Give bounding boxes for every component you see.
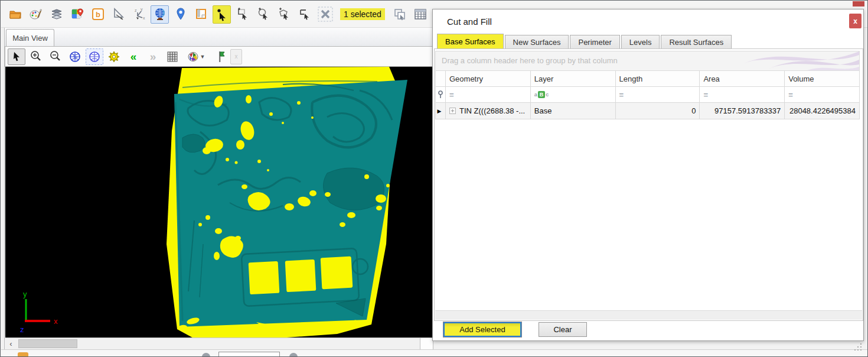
digitize-polygon-icon[interactable] <box>275 5 293 24</box>
column-header-layer[interactable]: Layer <box>531 71 616 87</box>
palette-dropdown-icon[interactable]: ▼ <box>183 48 209 65</box>
tab-main-view[interactable]: Main View <box>6 29 54 46</box>
resize-grip[interactable] <box>854 343 863 352</box>
scrollbar-thumb[interactable] <box>18 339 77 348</box>
digitize-area-icon[interactable] <box>295 5 314 24</box>
expand-plus-icon[interactable] <box>449 108 456 114</box>
dialog-tabs: Base Surfaces New Surfaces Perimeter Lev… <box>437 34 732 48</box>
globe-icon <box>289 353 298 357</box>
folder-icon <box>18 352 28 357</box>
filter-length[interactable]: = <box>616 87 700 103</box>
cell-length[interactable]: 0 <box>616 103 700 119</box>
next-view-icon: » <box>144 48 162 65</box>
app-window: b zyx <box>0 0 868 357</box>
cell-area[interactable]: 97157.5913783337 <box>700 103 785 119</box>
surfaces-grid: Drag a column header here to group by th… <box>435 51 860 119</box>
filter-area[interactable]: = <box>700 87 785 103</box>
abc-filter-icon: aBc <box>534 91 549 98</box>
dialog-buttons: Add Selected Clear <box>443 322 587 337</box>
table-row[interactable]: ▶ TIN Z(((2688.38 -... Base 0 97157.5913… <box>435 103 860 119</box>
digitize-circle-icon[interactable] <box>254 5 272 24</box>
zoom-in-icon[interactable] <box>27 48 45 65</box>
zoom-extent-globe-icon[interactable] <box>86 48 103 65</box>
chevron-down-icon: ▼ <box>200 54 205 60</box>
placemark-icon[interactable] <box>171 5 190 24</box>
layers-icon[interactable] <box>47 5 66 24</box>
globe-3d-icon[interactable] <box>151 5 169 24</box>
scrollbar-corner <box>420 338 433 349</box>
bing-maps-icon[interactable]: b <box>89 5 107 24</box>
globe-icon[interactable] <box>66 48 84 65</box>
column-header-area[interactable]: Area <box>700 71 785 87</box>
selected-count-badge: 1 selected <box>340 8 385 20</box>
clear-button[interactable]: Clear <box>539 322 587 337</box>
tab-base-surfaces[interactable]: Base Surfaces <box>437 34 504 48</box>
group-by-bar[interactable]: Drag a column header here to group by th… <box>435 51 860 71</box>
scroll-left-arrow-icon[interactable]: ‹ <box>5 338 17 349</box>
view-toolbar: « » ▼ x <box>5 46 434 67</box>
status-bar <box>1 349 868 357</box>
grid-header-row: Geometry Layer Length Area Volume <box>435 71 860 87</box>
app-close-button-sliver[interactable] <box>853 1 864 7</box>
cut-and-fill-dialog: Cut and Fill x Base Surfaces New Surface… <box>432 9 864 341</box>
cell-geometry[interactable]: TIN Z(((2688.38 -... <box>446 103 531 119</box>
svg-text:x: x <box>143 16 145 20</box>
status-input[interactable] <box>218 352 280 357</box>
column-header-length[interactable]: Length <box>616 71 700 87</box>
tab-perimeter[interactable]: Perimeter <box>570 35 619 48</box>
svg-text:z: z <box>135 8 137 12</box>
filter-pin-icon <box>436 87 446 103</box>
grid-bottom-strip <box>435 310 862 320</box>
globe-icon <box>202 353 210 357</box>
tab-result-surfaces[interactable]: Result Surfaces <box>661 35 732 48</box>
skin-swirl-decoration <box>682 51 859 71</box>
palette-icon[interactable] <box>27 5 45 24</box>
gear-icon[interactable] <box>105 48 123 65</box>
cell-volume[interactable]: 28048.4226495384 <box>785 103 859 119</box>
header-indicator-cell <box>436 71 446 87</box>
axis-x-label: x <box>54 317 58 326</box>
disabled-x-icon: x <box>230 49 242 64</box>
main-view-panel: Main View « » <box>4 28 433 350</box>
cell-layer[interactable]: Base <box>531 103 616 119</box>
add-selected-button[interactable]: Add Selected <box>443 322 521 337</box>
attribute-table-icon[interactable] <box>412 5 430 24</box>
column-header-geometry[interactable]: Geometry <box>446 71 531 87</box>
group-by-hint: Drag a column header here to group by th… <box>442 56 618 65</box>
sketch-note-icon[interactable] <box>192 5 210 24</box>
delete-selection-icon[interactable] <box>316 5 334 24</box>
row-expand-arrow-icon[interactable]: ▶ <box>436 103 446 119</box>
cursor-icon[interactable] <box>8 48 25 65</box>
previous-view-icon[interactable]: « <box>125 48 142 65</box>
dialog-title: Cut and Fill <box>447 17 492 27</box>
axis-y-label: y <box>23 290 27 298</box>
tab-new-surfaces[interactable]: New Surfaces <box>505 35 569 48</box>
duplicate-selection-icon[interactable] <box>391 5 409 24</box>
filter-layer[interactable]: aBc <box>531 87 616 103</box>
axis-indicator: y x z <box>20 290 58 334</box>
terrain-render: y x z <box>5 67 433 337</box>
zoom-out-icon[interactable] <box>47 48 64 65</box>
axis-z-label: z <box>20 325 24 334</box>
close-icon[interactable]: x <box>849 14 862 28</box>
google-maps-icon[interactable] <box>68 5 86 24</box>
base-surfaces-tabpage: Drag a column header here to group by th… <box>434 48 863 321</box>
svg-text:b: b <box>96 10 100 19</box>
select-pointer-icon[interactable] <box>213 5 231 24</box>
set-square-icon[interactable] <box>109 5 128 24</box>
tab-levels[interactable]: Levels <box>621 35 660 48</box>
open-folder-icon[interactable] <box>6 5 24 24</box>
filter-geometry[interactable]: = <box>446 87 531 103</box>
horizontal-scrollbar[interactable]: ‹ <box>5 337 433 349</box>
view-tabstrip: Main View <box>5 28 433 46</box>
map-viewport[interactable]: y x z <box>5 67 433 337</box>
grid-filter-row: = aBc = = = <box>435 87 860 103</box>
grid-icon[interactable] <box>164 48 181 65</box>
bookmark-flag-icon[interactable] <box>211 48 229 65</box>
digitizer-axes-icon[interactable]: zyx <box>130 5 148 24</box>
column-header-volume[interactable]: Volume <box>785 71 859 87</box>
digitize-rect-icon[interactable] <box>233 5 252 24</box>
filter-volume[interactable]: = <box>785 87 859 103</box>
